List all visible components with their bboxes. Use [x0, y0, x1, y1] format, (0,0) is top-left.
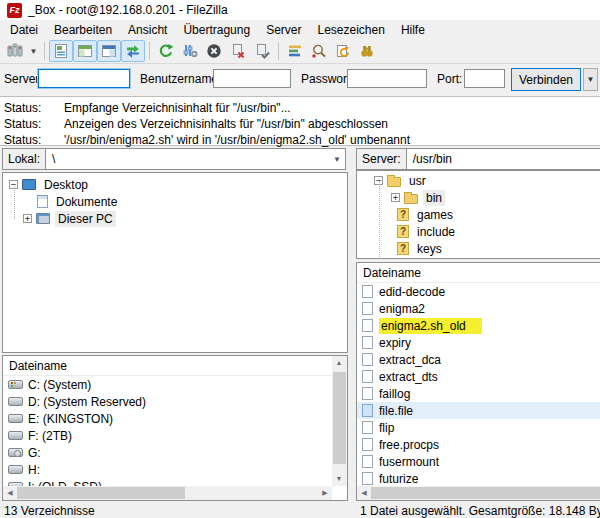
- local-column-header-dateiname[interactable]: Dateiname: [3, 356, 347, 376]
- menu-uebertragung[interactable]: Übertragung: [175, 21, 258, 39]
- password-input[interactable]: [347, 69, 427, 88]
- toggle-message-log-button[interactable]: [49, 40, 73, 62]
- remote-tree-item-keys[interactable]: ? keys: [357, 240, 600, 257]
- port-input[interactable]: [464, 69, 505, 88]
- menu-ansicht[interactable]: Ansicht: [120, 21, 175, 39]
- cancel-icon: [206, 43, 222, 59]
- desktop-icon: [22, 179, 36, 190]
- disconnect-button[interactable]: [226, 40, 250, 62]
- refresh-button[interactable]: [154, 40, 178, 62]
- toolbar-separator: [278, 42, 279, 60]
- menu-hilfe[interactable]: Hilfe: [393, 21, 433, 39]
- site-manager-icon: [7, 43, 23, 59]
- menu-bearbeiten[interactable]: Bearbeiten: [46, 21, 120, 39]
- remote-tree-item-include[interactable]: ? include: [357, 223, 600, 240]
- scroll-left-icon[interactable]: ◀: [3, 486, 17, 500]
- scroll-down-icon[interactable]: ▼: [332, 472, 346, 486]
- log-message: '/usr/bin/enigma2.sh' wird in '/usr/bin/…: [64, 132, 410, 148]
- message-log-icon: [53, 43, 69, 59]
- local-list-item[interactable]: F: (2TB): [3, 427, 347, 444]
- scroll-right-icon[interactable]: ▶: [318, 486, 332, 500]
- local-list-item[interactable]: E: (KINGSTON): [3, 410, 347, 427]
- remote-tree-item-games[interactable]: ? games: [357, 206, 600, 223]
- file-search-button[interactable]: [307, 40, 331, 62]
- toggle-transfer-queue-button[interactable]: [121, 40, 145, 62]
- remote-list-item[interactable]: fusermount: [357, 453, 600, 470]
- file-icon: [362, 404, 373, 417]
- directory-listing-filter-button[interactable]: [283, 40, 307, 62]
- unknown-folder-icon: ?: [397, 208, 409, 221]
- local-list-item[interactable]: C: (System): [3, 376, 347, 393]
- site-manager-dropdown[interactable]: ▼: [27, 40, 40, 62]
- menu-server[interactable]: Server: [258, 21, 309, 39]
- local-path-combobox[interactable]: Lokal: \ ▼: [2, 148, 346, 170]
- find-files-button[interactable]: [355, 40, 379, 62]
- synchronized-browsing-button[interactable]: [331, 40, 355, 62]
- chevron-down-icon[interactable]: ▼: [329, 155, 345, 164]
- expand-icon[interactable]: +: [23, 214, 32, 223]
- local-path-value: \: [46, 152, 329, 166]
- menu-lesezeichen[interactable]: Lesezeichen: [309, 21, 392, 39]
- scroll-left-icon[interactable]: ◀: [357, 486, 371, 500]
- local-list-item[interactable]: H:: [3, 461, 347, 478]
- disconnect-icon: [230, 43, 246, 59]
- local-list-item[interactable]: G:: [3, 444, 347, 461]
- remote-tree-item-bin[interactable]: + bin: [357, 189, 600, 206]
- cancel-button[interactable]: [202, 40, 226, 62]
- remote-tree-item-usr[interactable]: − usr: [357, 172, 600, 189]
- local-tree-item-desktop[interactable]: − Desktop: [3, 176, 347, 193]
- remote-list-item[interactable]: extract_dca: [357, 351, 600, 368]
- remote-list-item-selected[interactable]: file.file: [357, 402, 600, 419]
- expand-icon[interactable]: +: [391, 193, 400, 202]
- cd-drive-icon: [8, 448, 23, 457]
- local-tree-item-dieser-pc[interactable]: + Dieser PC: [3, 210, 347, 227]
- remote-list-item[interactable]: extract_dts: [357, 368, 600, 385]
- remote-list-item[interactable]: flip: [357, 419, 600, 436]
- remote-list-item[interactable]: faillog: [357, 385, 600, 402]
- connect-button[interactable]: Verbinden: [511, 68, 581, 91]
- connect-dropdown[interactable]: ▼: [583, 68, 598, 91]
- remote-list-item[interactable]: futurize: [357, 470, 600, 487]
- scroll-up-icon[interactable]: ▲: [332, 356, 346, 370]
- file-icon: [362, 353, 373, 366]
- remote-list-item[interactable]: free.procps: [357, 436, 600, 453]
- process-queue-button[interactable]: [178, 40, 202, 62]
- username-input[interactable]: [213, 69, 291, 88]
- title-bar: Fz _Box - root@192.168.0.201 - FileZilla: [0, 0, 600, 20]
- local-status-text: 13 Verzeichnisse: [4, 504, 95, 518]
- local-list-item[interactable]: D: (System Reserved): [3, 393, 347, 410]
- horizontal-scrollbar[interactable]: ◀: [357, 486, 600, 500]
- remote-list-item[interactable]: expiry: [357, 334, 600, 351]
- search-icon: [311, 43, 327, 59]
- process-queue-icon: [182, 43, 198, 59]
- site-manager-button[interactable]: [3, 40, 27, 62]
- remote-list-item[interactable]: edid-decode: [357, 283, 600, 300]
- folder-icon: [404, 194, 418, 204]
- menu-datei[interactable]: Datei: [2, 21, 46, 39]
- file-icon: [362, 336, 373, 349]
- toggle-local-tree-button[interactable]: [73, 40, 97, 62]
- toggle-remote-tree-button[interactable]: [97, 40, 121, 62]
- message-log: Status: Empfange Verzeichnisinhalt für "…: [0, 96, 600, 146]
- remote-list-item[interactable]: enigma2: [357, 300, 600, 317]
- toolbar-separator: [149, 42, 150, 60]
- scrollbar-thumb[interactable]: [17, 487, 185, 499]
- remote-column-header-dateiname[interactable]: Dateiname: [357, 263, 600, 283]
- log-row: Status: Empfange Verzeichnisinhalt für "…: [0, 100, 600, 116]
- file-icon: [362, 421, 373, 434]
- server-input[interactable]: [38, 69, 130, 88]
- remote-path-combobox[interactable]: Server: /usr/bin: [356, 148, 600, 170]
- scrollbar-thumb[interactable]: [333, 372, 346, 464]
- log-message: Anzeigen des Verzeichnisinhalts für "/us…: [64, 116, 388, 132]
- log-status-label: Status:: [0, 132, 64, 148]
- reconnect-button[interactable]: [250, 40, 274, 62]
- file-icon: [362, 387, 373, 400]
- horizontal-scrollbar[interactable]: ◀ ▶: [3, 486, 332, 500]
- remote-tree-item-lib[interactable]: ? lib: [357, 257, 600, 259]
- local-tree-item-dokumente[interactable]: Dokumente: [3, 193, 347, 210]
- local-tree-pane: − Desktop Dokumente + Dieser PC: [2, 172, 348, 353]
- remote-tree-icon: [101, 43, 117, 59]
- scrollbar-thumb[interactable]: [371, 487, 600, 499]
- remote-list-item-renamed[interactable]: enigma2.sh_old: [357, 317, 600, 334]
- vertical-scrollbar[interactable]: ▲ ▼: [332, 356, 347, 486]
